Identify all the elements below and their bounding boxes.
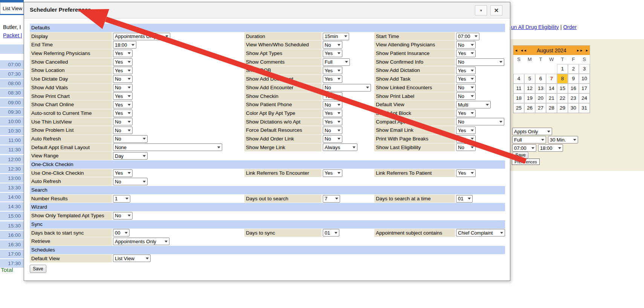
appts-only-select[interactable]: Appts Only <box>512 128 552 135</box>
pref-select-link-referrers-to-patient[interactable]: Yes <box>456 169 476 177</box>
calendar-day[interactable]: 23 <box>568 93 579 103</box>
calendar-day[interactable]: 18 <box>513 93 524 103</box>
pref-select-link-referrers-to-encounter[interactable]: Yes <box>323 169 342 177</box>
pref-select-color-apt-by-apt-type[interactable]: Yes <box>323 110 342 117</box>
calendar-back-fast-icon[interactable]: ◄◄ <box>519 49 528 52</box>
panel-save-button[interactable]: Save <box>513 152 528 159</box>
calendar-day[interactable]: 29 <box>557 103 568 113</box>
pref-select-show-add-encounter[interactable]: No <box>323 84 371 91</box>
pref-select-view-when-who-scheduled[interactable]: No <box>323 41 342 49</box>
pref-select-show-cancelled[interactable]: Yes <box>113 58 133 66</box>
calendar-day[interactable]: 27 <box>535 103 546 113</box>
calendar-day[interactable]: 11 <box>513 84 524 93</box>
pref-select-show-email-link[interactable]: Yes <box>456 127 476 134</box>
dialog-save-button[interactable]: Save <box>30 265 46 273</box>
calendar-day[interactable]: 19 <box>524 93 535 103</box>
pref-select-show-add-vitals[interactable]: No <box>113 84 133 91</box>
calendar-back-icon[interactable]: ◄ <box>513 49 519 52</box>
pref-select-end-time[interactable]: 18:00 <box>113 41 136 49</box>
calendar-day[interactable]: 6 <box>535 74 546 84</box>
calendar-day[interactable]: 20 <box>535 93 546 103</box>
pref-select-show-location[interactable]: Yes <box>113 67 133 74</box>
pref-select-duration[interactable]: 15min <box>323 33 349 40</box>
calendar-day[interactable]: 28 <box>546 103 557 113</box>
pref-select-show-problem-list[interactable]: No <box>113 127 133 134</box>
pref-select-show-add-dictation[interactable]: Yes <box>456 67 476 74</box>
calendar-day[interactable]: 15 <box>557 84 568 93</box>
pref-select-show-patient-insurance[interactable]: Yes <box>456 50 476 57</box>
pref-select-show-patient-phone[interactable]: No <box>323 101 342 108</box>
pref-select-print-with-page-breaks[interactable]: Yes <box>456 135 476 143</box>
calendar-day[interactable]: 22 <box>557 93 568 103</box>
pref-select-show-apt-types[interactable]: Yes <box>323 50 342 57</box>
preferences-button[interactable]: Preferences <box>512 159 540 165</box>
order-link[interactable]: Order <box>563 24 577 30</box>
pref-select-view-attending-physicians[interactable]: No <box>456 41 476 49</box>
pref-select-auto-refresh[interactable]: No <box>113 178 148 185</box>
calendar-day[interactable]: 10 <box>579 74 590 84</box>
dialog-close-button[interactable]: ✕ <box>490 5 502 15</box>
packet-link[interactable]: Packet | <box>3 32 22 38</box>
pref-select-show-print-chart[interactable]: Yes <box>113 92 133 100</box>
dialog-collapse-button[interactable]: ▼ <box>475 5 487 15</box>
calendar-day[interactable]: 25 <box>513 103 524 113</box>
pref-select-show-checkin[interactable]: Yes <box>323 92 342 100</box>
pref-select-default-view[interactable]: Multi <box>456 101 491 108</box>
tab-list-view[interactable]: List View <box>0 2 24 14</box>
pref-select-show-add-task[interactable]: Yes <box>456 75 476 83</box>
pref-select-show-add-order-link[interactable]: No <box>323 135 342 143</box>
pref-select-use-one-click-checkin[interactable]: Yes <box>113 169 133 177</box>
calendar-day[interactable]: 9 <box>568 74 579 84</box>
calendar-forward-fast-icon[interactable]: ►► <box>575 49 584 52</box>
pref-select-display[interactable]: Appointments Only <box>113 33 170 40</box>
pref-select-show-dob[interactable]: Yes <box>323 67 342 74</box>
calendar-day[interactable]: 3 <box>579 64 590 74</box>
pref-select-days-to-search-at-a-time[interactable]: 01 <box>456 195 473 203</box>
pref-select-default-appt-email-layout[interactable]: None <box>113 143 222 151</box>
pref-select-show-add-document[interactable]: Yes <box>323 75 342 83</box>
calendar-day[interactable]: 8 <box>557 74 568 84</box>
calendar-day[interactable]: 16 <box>568 84 579 93</box>
pref-select-days-to-sync[interactable]: 01 <box>323 229 339 236</box>
calendar-day[interactable]: 24 <box>579 93 590 103</box>
pref-select-show-comments[interactable]: Full <box>323 58 350 66</box>
pref-select-view-range[interactable]: Day <box>113 152 148 160</box>
pref-select-show-linked-encounters[interactable]: No <box>456 84 476 91</box>
pref-select-view-referring-physicians[interactable]: Yes <box>113 50 133 57</box>
calendar-day[interactable]: 13 <box>535 84 546 93</box>
calendar-day[interactable]: 30 <box>568 103 579 113</box>
pref-select-auto-scroll-to-current-time[interactable]: Yes <box>113 110 133 117</box>
pref-select-start-time[interactable]: 07:00 <box>456 33 479 40</box>
pref-select-appointment-subject-contains[interactable]: Chief Complaint <box>456 229 505 236</box>
calendar-day[interactable]: 26 <box>524 103 535 113</box>
calendar-day[interactable]: 4 <box>513 74 524 84</box>
pref-select-show-only-templated-apt-types[interactable]: No <box>113 212 133 220</box>
pref-select-show-last-eligibility[interactable]: No <box>456 143 476 151</box>
pref-select-show-confirmed-info[interactable]: No <box>456 58 504 66</box>
pref-select-show-chart-online[interactable]: Yes <box>113 101 133 108</box>
interval-select[interactable]: 30 Min. <box>548 136 578 143</box>
pref-select-show-dictations-w-o-apt[interactable]: Yes <box>323 118 342 125</box>
pref-select-auto-refresh[interactable]: No <box>113 135 148 143</box>
calendar-day[interactable]: 2 <box>568 64 579 74</box>
pref-select-use-dictate-day[interactable]: No <box>113 75 133 83</box>
calendar-day[interactable]: 21 <box>546 93 557 103</box>
end-time-select[interactable]: 18:00 <box>538 144 563 152</box>
calendar-day[interactable]: 5 <box>524 74 535 84</box>
view-mode-select[interactable]: Full <box>512 136 546 143</box>
calendar-day[interactable]: 17 <box>579 84 590 93</box>
pref-select-default-view[interactable]: List View <box>113 255 151 262</box>
pref-select-show-print-label[interactable]: No <box>456 92 476 100</box>
calendar-day[interactable]: 7 <box>546 74 557 84</box>
calendar-day[interactable]: 14 <box>546 84 557 93</box>
pref-select-use-thin-listview[interactable]: No <box>113 118 133 125</box>
pref-select-days-out-to-search[interactable]: 7 <box>323 195 340 203</box>
calendar-day[interactable]: 1 <box>557 64 568 74</box>
calendar-day[interactable]: 12 <box>524 84 535 93</box>
pref-select-compact-apt[interactable]: No <box>456 118 504 125</box>
start-time-select[interactable]: 07:00 <box>512 144 536 152</box>
pref-select-show-merge-link[interactable]: Always <box>323 143 357 151</box>
calendar-day[interactable]: 31 <box>579 103 590 113</box>
pref-select-number-results[interactable]: 1 <box>113 195 130 203</box>
calendar-forward-icon[interactable]: ► <box>584 49 590 52</box>
